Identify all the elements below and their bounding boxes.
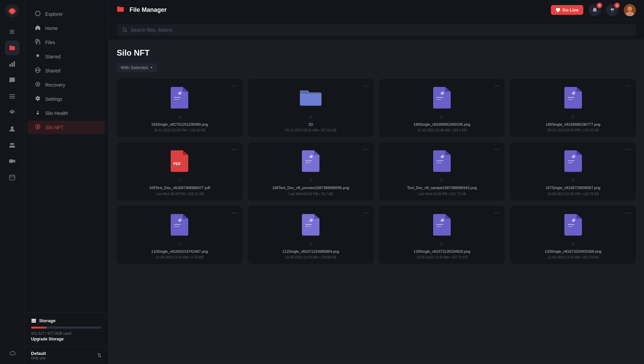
file-card[interactable]: ··· ☆ Text_Doc_nft_sample1687388986943.p… <box>379 142 505 200</box>
svg-point-37 <box>627 6 632 11</box>
app-logo[interactable] <box>5 3 20 18</box>
sidebar-icon-cloud[interactable] <box>5 346 20 361</box>
file-star-button[interactable]: ☆ <box>309 114 313 119</box>
default-section[interactable]: Default Only you ⇅ <box>24 346 108 364</box>
sidebar: Explorer Home Files Starred Shared <box>24 0 109 364</box>
file-menu-button[interactable]: ··· <box>232 146 238 152</box>
file-menu-button[interactable]: ··· <box>625 83 632 89</box>
file-card[interactable]: ··· ☆ 189Single_nft169680196777.png 08-1… <box>510 79 636 137</box>
file-star-button[interactable]: ☆ <box>571 241 575 246</box>
file-menu-button[interactable]: ··· <box>363 146 369 152</box>
user-avatar[interactable] <box>624 4 636 16</box>
file-menu-button[interactable]: ··· <box>232 210 238 216</box>
svg-rect-3 <box>13 61 15 67</box>
sidebar-item-home[interactable]: Home <box>28 22 105 35</box>
file-name: 168Text_Doc_nft_preview1687388986696.png <box>272 185 349 190</box>
sidebar-item-label: Shared <box>45 68 60 73</box>
file-icon <box>562 213 584 237</box>
file-menu-button[interactable]: ··· <box>494 146 501 152</box>
search-input[interactable] <box>131 27 631 33</box>
file-star-button[interactable]: ☆ <box>440 241 444 246</box>
starred-icon <box>34 53 41 60</box>
sidebar-icon-calendar[interactable] <box>5 170 20 185</box>
sidebar-item-recovery[interactable]: Recovery <box>28 78 105 92</box>
svg-marker-33 <box>557 11 559 12</box>
sidebar-item-silo-health[interactable]: Silo Health <box>28 107 105 120</box>
upgrade-storage-button[interactable]: Upgrade Storage <box>31 337 102 341</box>
svg-rect-50 <box>437 162 442 163</box>
sidebar-item-starred[interactable]: Starred <box>28 50 105 63</box>
svg-point-10 <box>12 143 14 145</box>
file-star-button[interactable]: ☆ <box>177 241 182 246</box>
cart-button[interactable]: 1 <box>606 4 618 16</box>
default-sublabel: Only you <box>31 356 46 360</box>
sidebar-icon-radio[interactable] <box>5 105 20 120</box>
sidebar-icon-grid[interactable]: ⊞ <box>5 24 20 39</box>
svg-rect-49 <box>437 160 443 161</box>
file-card[interactable]: ··· ☆ 120Single_nft1673324303368.png 12-… <box>510 206 636 264</box>
sidebar-icon-list[interactable] <box>5 89 20 104</box>
file-star-button[interactable]: ☆ <box>440 177 444 183</box>
svg-line-39 <box>126 31 127 32</box>
file-star-button[interactable]: ☆ <box>309 177 313 183</box>
svg-rect-58 <box>437 226 442 227</box>
svg-rect-57 <box>437 224 443 225</box>
svg-rect-53 <box>174 224 181 225</box>
sidebar-item-files[interactable]: Files <box>28 36 105 49</box>
silo-health-icon <box>34 110 41 117</box>
svg-rect-55 <box>305 224 312 225</box>
file-icon: PDF <box>169 149 190 173</box>
sidebar-item-silo-nft[interactable]: Silo NFT <box>28 121 105 134</box>
svg-rect-56 <box>305 226 310 227</box>
file-menu-button[interactable]: ··· <box>625 146 632 152</box>
file-star-button[interactable]: ☆ <box>309 241 313 246</box>
main-area: File Manager Go Live 5 1 S <box>109 0 644 364</box>
file-star-button[interactable]: ☆ <box>177 177 182 183</box>
sidebar-item-shared[interactable]: Shared <box>28 64 105 78</box>
sidebar-item-label: Settings <box>45 96 62 102</box>
files-icon <box>34 39 41 46</box>
sidebar-icon-video[interactable] <box>5 154 20 169</box>
file-card[interactable]: ··· PDF ☆ 168Text_Doc_nft1687388986677.p… <box>117 142 243 200</box>
sidebar-item-explorer[interactable]: Explorer <box>28 7 105 21</box>
file-card[interactable]: ··· ☆ 112Single_nft1671254985864.png 12-… <box>248 206 374 264</box>
sidebar-item-settings[interactable]: Settings <box>28 92 105 106</box>
file-name: 167Single_nft168729099067.png <box>546 185 600 190</box>
svg-point-16 <box>35 11 40 16</box>
search-input-wrap[interactable] <box>117 24 636 36</box>
storage-title: Storage <box>31 318 102 323</box>
file-card[interactable]: ··· ☆ 167Single_nft168729099067.png 20-0… <box>510 142 636 200</box>
file-card[interactable]: ··· ☆ 193Single_nft1701291208489.png 29-… <box>117 79 243 137</box>
svg-rect-11 <box>9 159 13 163</box>
file-star-button[interactable]: ☆ <box>177 114 182 119</box>
file-menu-button[interactable]: ··· <box>625 210 632 216</box>
svg-rect-44 <box>568 97 575 98</box>
go-live-button[interactable]: Go Live <box>551 5 583 15</box>
svg-point-9 <box>10 143 12 145</box>
sidebar-icon-users[interactable] <box>5 121 20 136</box>
sidebar-icon-folder[interactable] <box>5 40 20 55</box>
file-name: 189Single_nft169680196777.png <box>546 122 600 127</box>
file-menu-button[interactable]: ··· <box>494 210 501 216</box>
file-card[interactable]: ··· ☆ 119Single_nft1673135334820.png 12-… <box>379 206 505 264</box>
svg-rect-12 <box>9 175 15 180</box>
file-menu-button[interactable]: ··· <box>232 83 238 89</box>
file-menu-button[interactable]: ··· <box>363 83 369 89</box>
file-star-button[interactable]: ☆ <box>571 177 575 183</box>
sidebar-icon-chat[interactable] <box>5 73 20 88</box>
with-selected-button[interactable]: With Selected <box>117 63 157 72</box>
home-icon <box>34 25 41 32</box>
file-card[interactable]: ··· ☆ 110Single_nft1669153742407.png 12-… <box>117 206 243 264</box>
file-star-button[interactable]: ☆ <box>440 114 444 119</box>
file-menu-button[interactable]: ··· <box>363 210 369 216</box>
file-menu-button[interactable]: ··· <box>494 83 501 89</box>
file-card[interactable]: ··· ☆ 168Text_Doc_nft_preview16873889866… <box>248 142 374 200</box>
file-card[interactable]: ··· ☆ 3D 03-11-2023 09:31 AM • 227.61 KB <box>248 79 374 137</box>
file-card[interactable]: ··· ☆ 190Single_nft1696952909195.png 10-… <box>379 79 505 137</box>
sidebar-icon-person[interactable] <box>5 138 20 152</box>
file-star-button[interactable]: ☆ <box>571 114 575 119</box>
sidebar-icon-chart[interactable] <box>5 57 20 71</box>
notifications-button[interactable]: 5 <box>589 4 601 16</box>
svg-point-20 <box>36 69 37 71</box>
file-meta: 12-05-2023 12:43 AM • 953.78 KB <box>548 255 599 259</box>
